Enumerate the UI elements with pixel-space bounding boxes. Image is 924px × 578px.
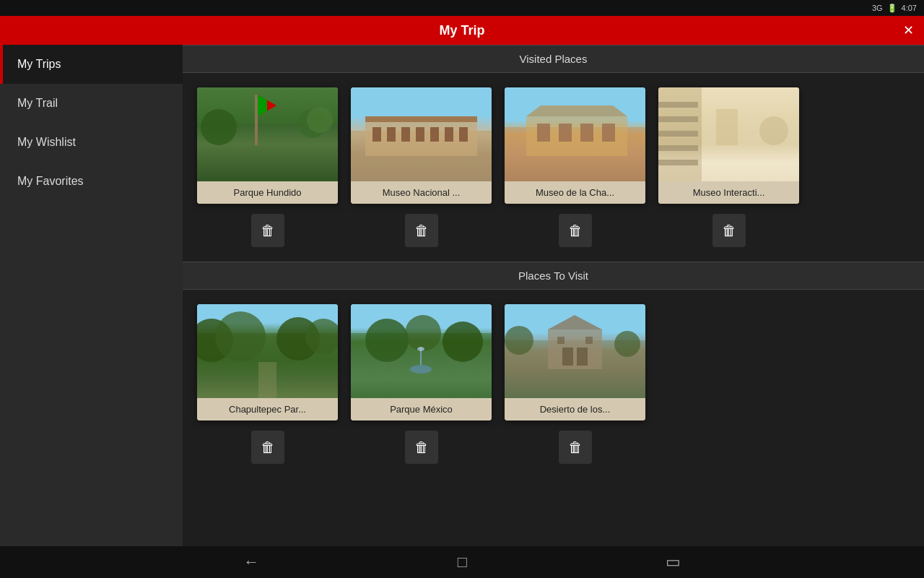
svg-rect-26 bbox=[658, 102, 698, 108]
svg-rect-22 bbox=[602, 124, 615, 142]
svg-rect-10 bbox=[387, 127, 396, 142]
delete-museo-interacti[interactable]: 🗑 bbox=[712, 214, 746, 247]
recent-apps-button[interactable]: ▭ bbox=[666, 553, 681, 571]
svg-rect-27 bbox=[658, 116, 698, 122]
svg-marker-23 bbox=[526, 105, 627, 116]
svg-point-41 bbox=[365, 319, 409, 362]
svg-point-36 bbox=[215, 311, 266, 362]
svg-rect-15 bbox=[459, 127, 468, 142]
card-museo-cha[interactable]: Museo de la Cha... bbox=[505, 87, 645, 204]
card-parque-hundido[interactable]: Parque Hundido bbox=[197, 87, 338, 204]
svg-rect-50 bbox=[562, 348, 573, 366]
svg-point-43 bbox=[443, 322, 483, 362]
back-icon: ← bbox=[243, 553, 259, 571]
svg-rect-52 bbox=[557, 337, 565, 344]
svg-rect-9 bbox=[372, 127, 381, 142]
svg-rect-20 bbox=[559, 124, 572, 142]
delete-desierto[interactable]: 🗑 bbox=[559, 431, 592, 464]
trash-icon-5: 🗑 bbox=[261, 439, 275, 456]
svg-rect-29 bbox=[658, 145, 698, 151]
svg-point-54 bbox=[505, 326, 533, 355]
home-icon: □ bbox=[458, 553, 467, 571]
visited-places-header: Visited Places bbox=[183, 45, 924, 73]
places-to-visit-header: Places To Visit bbox=[183, 262, 924, 290]
bottom-nav: ← □ ▭ bbox=[0, 546, 924, 578]
trash-icon-6: 🗑 bbox=[414, 439, 429, 456]
card-chapultepec[interactable]: Chapultepec Par... bbox=[197, 304, 338, 420]
svg-point-42 bbox=[405, 315, 441, 351]
main-layout: My Trips My Trail My Wishlist My Favorit… bbox=[0, 45, 924, 546]
card-desierto[interactable]: Desierto de los... bbox=[505, 304, 645, 420]
svg-marker-49 bbox=[548, 315, 602, 329]
svg-point-55 bbox=[614, 331, 640, 357]
card-label-museo-nacional: Museo Nacional ... bbox=[351, 181, 492, 204]
delete-parque-mexico[interactable]: 🗑 bbox=[405, 431, 438, 464]
trash-icon: 🗑 bbox=[261, 223, 275, 239]
trash-icon-3: 🗑 bbox=[568, 223, 583, 239]
status-bar: 3G 🔋 4:07 bbox=[0, 0, 924, 16]
sidebar-item-my-wishlist[interactable]: My Wishlist bbox=[0, 123, 183, 162]
card-image-parque-mexico bbox=[351, 304, 492, 398]
svg-point-46 bbox=[417, 347, 424, 351]
svg-rect-30 bbox=[658, 160, 698, 165]
card-image-desierto bbox=[505, 304, 645, 398]
card-image-chapultepec bbox=[197, 304, 338, 398]
svg-rect-12 bbox=[416, 127, 424, 142]
svg-rect-51 bbox=[577, 348, 588, 366]
sidebar-item-my-favorites[interactable]: My Favorites bbox=[0, 162, 183, 201]
svg-rect-16 bbox=[365, 116, 477, 122]
close-button[interactable]: ✕ bbox=[903, 22, 914, 38]
places-to-visit-cards: Chapultepec Par... 🗑 bbox=[183, 293, 924, 464]
svg-rect-11 bbox=[401, 127, 410, 142]
svg-rect-39 bbox=[258, 362, 276, 398]
card-label-parque-hundido: Parque Hundido bbox=[197, 181, 338, 204]
card-desierto-wrapper: Desierto de los... 🗑 bbox=[505, 304, 645, 464]
sidebar-item-my-trail[interactable]: My Trail bbox=[0, 84, 183, 123]
card-museo-nacional[interactable]: Museo Nacional ... bbox=[351, 87, 492, 204]
content-area: Visited Places bbox=[183, 45, 924, 546]
card-label-museo-cha: Museo de la Cha... bbox=[505, 181, 645, 204]
delete-museo-nacional[interactable]: 🗑 bbox=[405, 214, 438, 247]
svg-rect-48 bbox=[548, 329, 602, 369]
card-image-museo-cha bbox=[505, 87, 645, 181]
back-button[interactable]: ← bbox=[243, 553, 259, 571]
app-header: My Trip ✕ bbox=[0, 16, 924, 45]
delete-chapultepec[interactable]: 🗑 bbox=[251, 431, 284, 464]
card-museo-nacional-wrapper: Museo Nacional ... 🗑 bbox=[351, 87, 492, 247]
svg-rect-19 bbox=[537, 124, 550, 142]
trash-icon-4: 🗑 bbox=[722, 223, 736, 239]
svg-rect-28 bbox=[658, 131, 698, 137]
card-label-museo-interacti: Museo Interacti... bbox=[658, 181, 799, 204]
delete-parque-hundido[interactable]: 🗑 bbox=[251, 214, 284, 247]
svg-rect-13 bbox=[430, 127, 439, 142]
delete-museo-cha[interactable]: 🗑 bbox=[559, 214, 592, 247]
battery-icon: 🔋 bbox=[887, 4, 897, 13]
time-display: 4:07 bbox=[902, 4, 917, 12]
header-title: My Trip bbox=[439, 23, 484, 38]
svg-point-44 bbox=[410, 365, 432, 374]
card-image-parque-hundido bbox=[197, 87, 338, 181]
card-parque-mexico-wrapper: Parque México 🗑 bbox=[351, 304, 492, 464]
card-parque-mexico[interactable]: Parque México bbox=[351, 304, 492, 420]
card-image-museo-nacional bbox=[351, 87, 492, 181]
signal-icon: 3G bbox=[872, 4, 883, 12]
card-museo-interacti[interactable]: Museo Interacti... bbox=[658, 87, 799, 204]
card-label-parque-mexico: Parque México bbox=[351, 398, 492, 420]
svg-point-4 bbox=[201, 109, 237, 145]
svg-point-33 bbox=[759, 116, 788, 145]
svg-rect-1 bbox=[255, 95, 258, 145]
svg-point-6 bbox=[307, 107, 333, 133]
home-button[interactable]: □ bbox=[458, 553, 467, 571]
card-museo-interacti-wrapper: Museo Interacti... 🗑 bbox=[658, 87, 799, 247]
visited-places-cards: Parque Hundido 🗑 bbox=[183, 76, 924, 247]
sidebar-item-my-trips[interactable]: My Trips bbox=[0, 45, 183, 84]
svg-rect-53 bbox=[585, 337, 593, 344]
trash-icon-7: 🗑 bbox=[568, 439, 583, 456]
card-chapultepec-wrapper: Chapultepec Par... 🗑 bbox=[197, 304, 338, 464]
sidebar: My Trips My Trail My Wishlist My Favorit… bbox=[0, 45, 183, 546]
card-image-museo-interacti bbox=[658, 87, 799, 181]
card-parque-hundido-wrapper: Parque Hundido 🗑 bbox=[197, 87, 338, 247]
trash-icon-2: 🗑 bbox=[414, 223, 429, 239]
card-label-desierto: Desierto de los... bbox=[505, 398, 645, 420]
svg-rect-32 bbox=[716, 109, 738, 145]
